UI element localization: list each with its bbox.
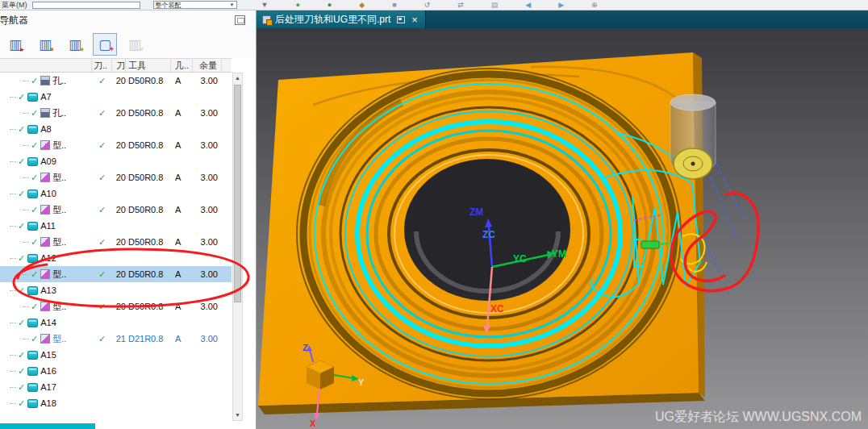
header-tool[interactable]: 工具	[126, 59, 171, 72]
back-icon[interactable]: ◀	[525, 1, 531, 9]
cell-tool-number	[112, 250, 126, 266]
geometry-view-button[interactable]: ▥●	[33, 33, 57, 56]
tree-group-row[interactable]: ✓A13	[0, 282, 232, 298]
menu-button[interactable]: 菜单(M)	[2, 0, 27, 10]
3d-viewport[interactable]: ZM ZC YC YM XC	[257, 28, 868, 429]
tree-operation-row[interactable]: ✓型..✓20D50R0.8A3.00	[0, 169, 232, 185]
cell-tool: D50R0.8	[126, 266, 171, 282]
scroll-up-icon[interactable]: ▲	[233, 73, 242, 83]
part-file-icon	[262, 15, 271, 24]
node-cell: ✓A18	[0, 395, 92, 411]
program-group-icon	[27, 399, 38, 408]
tree-group-row[interactable]: ✓A7	[0, 89, 232, 105]
cell-stock: 3.00	[193, 202, 222, 218]
display-icon[interactable]: ■	[392, 1, 396, 9]
tree-group-row[interactable]: ✓A8	[0, 121, 232, 137]
tree-group-row[interactable]: ✓A14	[0, 314, 232, 331]
filter-button[interactable]: ▥×	[123, 33, 147, 56]
cell-tool-number	[112, 121, 126, 137]
forward-icon[interactable]: ▶	[558, 1, 564, 9]
program-view-button[interactable]: ▥♦	[63, 33, 87, 56]
tree-group-row[interactable]: ✓A16	[0, 363, 232, 379]
tree-operation-row[interactable]: ✓型..✓20D50R0.8A3.00	[0, 266, 232, 282]
graphics-column: 后处理刀轨和UG里不同.prt ×	[257, 10, 868, 429]
layers-icon[interactable]: ▤	[491, 1, 499, 9]
badge-glyph: ×	[140, 46, 144, 53]
tree-group-row[interactable]: ✓A09	[0, 153, 232, 169]
tree-operation-row[interactable]: ✓型..✓20D50R0.8A3.00	[0, 298, 232, 314]
tree-group-row[interactable]: ✓A10	[0, 185, 232, 202]
cell-tool-number: 20	[112, 202, 126, 218]
cell-stock: 3.00	[193, 298, 222, 314]
tree-operation-row[interactable]: ✓型..✓21D21R0.8A3.00	[0, 331, 232, 347]
zoom-icon[interactable]: ⊕	[591, 1, 598, 9]
tree-connector	[10, 129, 16, 130]
header-geometry[interactable]: 几..	[171, 59, 193, 72]
tree-operation-row[interactable]: ✓孔..✓20D50R0.8A3.00	[0, 73, 232, 89]
cell-geometry: A	[171, 234, 193, 250]
play-icon[interactable]: ●	[295, 1, 299, 9]
operation-icon	[40, 334, 50, 344]
node-label: 型..	[52, 236, 66, 248]
program-group-icon	[27, 254, 38, 263]
selection-filter-icon[interactable]: ▼	[261, 1, 269, 9]
cell-tool	[126, 363, 171, 379]
generate-icon[interactable]: ●	[328, 1, 332, 9]
node-cell: ✓A8	[0, 121, 92, 137]
document-tab-bar: 后处理刀轨和UG里不同.prt ×	[257, 10, 868, 28]
tree-group-row[interactable]: ✓A11	[0, 218, 232, 234]
scrollbar-thumb[interactable]	[234, 85, 241, 302]
cell-toolpath-status	[92, 185, 112, 202]
tool-block	[641, 241, 659, 248]
tree-group-row[interactable]: ✓A12	[0, 250, 232, 266]
cell-tool: D50R0.8	[126, 202, 171, 218]
node-cell: ✓A14	[0, 314, 92, 331]
tree-operation-row[interactable]: ✓型..✓20D50R0.8A3.00	[0, 234, 232, 250]
close-tab-icon[interactable]: ×	[411, 15, 418, 25]
tree-connector	[23, 145, 29, 146]
selection-scope-combo[interactable]	[32, 2, 140, 9]
operation-tree: ✓孔..✓20D50R0.8A3.00✓A7✓孔..✓20D50R0.8A3.0…	[0, 73, 232, 411]
tree-group-row[interactable]: ✓A15	[0, 347, 232, 363]
header-stock[interactable]: 余量	[193, 59, 222, 72]
node-label: A09	[40, 156, 56, 166]
program-group-icon	[27, 351, 38, 360]
cell-tool: D50R0.8	[126, 169, 171, 185]
cell-toolpath-status: ✓	[92, 105, 112, 121]
refresh-icon[interactable]: ↺	[424, 1, 431, 9]
tree-operation-row[interactable]: ✓孔..✓20D50R0.8A3.00	[0, 105, 232, 121]
document-tab[interactable]: 后处理刀轨和UG里不同.prt ×	[257, 10, 426, 28]
tree-group-row[interactable]: ✓A17	[0, 379, 232, 395]
header-tool-number[interactable]: 刀	[112, 59, 126, 72]
tree-group-row[interactable]: ✓A18	[0, 395, 232, 411]
cell-toolpath-status	[92, 314, 112, 331]
assembly-scope-combo[interactable]: 整个装配 ▼	[153, 1, 237, 9]
cell-stock	[193, 282, 222, 298]
scroll-down-icon[interactable]: ▼	[233, 410, 242, 420]
check-icon: ✓	[18, 253, 25, 264]
tree-operation-row[interactable]: ✓型..✓20D50R0.8A3.00	[0, 202, 232, 218]
swap-view-icon[interactable]: ⇄	[457, 1, 464, 9]
tree-operation-row[interactable]: ✓型..✓20D50R0.8A3.00	[0, 137, 232, 153]
cell-tool-number: 20	[112, 73, 126, 89]
cell-stock	[193, 363, 222, 379]
vertical-scrollbar[interactable]: ▲ ▼	[232, 73, 243, 421]
node-cell: ✓A17	[0, 379, 92, 395]
header-toolpath[interactable]: 刀..	[92, 59, 112, 72]
operation-icon	[40, 302, 50, 311]
cell-tool: D50R0.8	[126, 234, 171, 250]
operation-icon	[40, 173, 50, 182]
machine-view-button[interactable]: ▥▸	[3, 33, 27, 56]
node-label: A7	[40, 92, 51, 102]
cell-tool	[126, 314, 171, 331]
cell-geometry: A	[171, 105, 193, 121]
cell-tool	[126, 282, 171, 298]
cell-geometry: A	[171, 169, 193, 185]
find-object-button[interactable]: ▢+	[93, 33, 117, 56]
tree-connector	[10, 161, 16, 162]
undock-tab-icon[interactable]	[397, 16, 405, 23]
tool-icon[interactable]: ◆	[359, 1, 365, 9]
tree-connector	[23, 274, 29, 275]
cell-stock: 3.00	[193, 73, 222, 89]
undock-panel-icon[interactable]	[235, 15, 245, 25]
